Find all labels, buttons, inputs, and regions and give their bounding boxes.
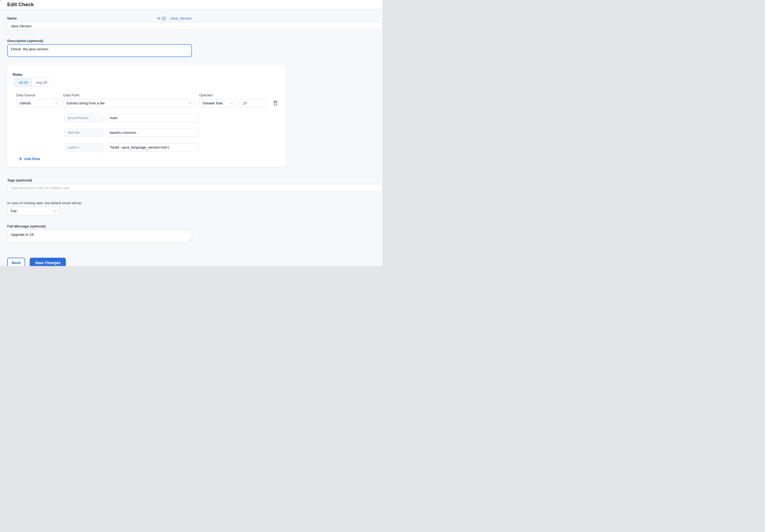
param-key-pattern: pattern [64, 143, 103, 152]
rules-card: Rules All Of Any Of Data Source Data Poi… [7, 65, 286, 167]
operator-value: Greater than [203, 101, 223, 105]
toggle-all-of[interactable]: All Of [15, 78, 32, 86]
add-rule-button[interactable]: Add Rule [19, 157, 40, 161]
operator-label: Operator [199, 93, 213, 97]
description-textarea[interactable]: Check the java version [7, 44, 192, 57]
plus-icon [19, 157, 22, 161]
match-mode-toggle: All Of Any Of [14, 78, 51, 87]
data-point-value: Extract string from a file [67, 101, 105, 105]
back-button[interactable]: Back [7, 258, 25, 266]
page-title: Edit Check [7, 2, 34, 7]
form-actions: Back Save Changes [7, 258, 382, 266]
main-panel: Edit Check Name Id : Java_Version [0, 0, 382, 266]
name-id-row: Name Id : Java_Version [7, 16, 192, 20]
chevron-down-icon [189, 102, 192, 104]
param-key-filepath: filePath [64, 129, 103, 137]
data-point-label: Data Point [63, 93, 199, 97]
chevron-down-icon [55, 102, 58, 104]
info-icon[interactable] [162, 17, 166, 20]
default-result-value: Fail [11, 209, 17, 213]
rule-param-row: pattern [64, 143, 279, 152]
rule-fields: Data Source Data Point Operator GitHub [16, 93, 279, 162]
data-point-select[interactable]: Extract string from a file [63, 99, 195, 107]
chevron-down-icon [230, 102, 233, 104]
operator-value-input[interactable] [240, 99, 265, 107]
rule-param-row: branchName [64, 114, 279, 122]
toggle-any-of[interactable]: Any Of [32, 78, 51, 86]
id-label: Id [157, 16, 160, 20]
tags-label: Tags (optional) [7, 178, 382, 182]
add-rule-label: Add Rule [24, 157, 40, 161]
id-separator: : [168, 16, 169, 20]
param-value-input-pattern[interactable] [106, 143, 199, 152]
tags-input[interactable] [7, 184, 382, 192]
rule-column-labels: Data Source Data Point Operator [16, 93, 279, 97]
param-value-input-filepath[interactable] [106, 129, 199, 137]
id-row: Id : Java_Version [157, 16, 192, 20]
name-label: Name [7, 16, 17, 20]
param-key-branchname: branchName [64, 114, 103, 122]
page-header: Edit Check [0, 0, 382, 9]
trash-icon [273, 100, 278, 107]
rule-controls-row: GitHub Extract string from a file [16, 99, 279, 107]
data-source-value: GitHub [20, 101, 31, 105]
description-label: Description (optional) [7, 39, 382, 43]
rules-title: Rules [13, 73, 279, 77]
rule-param-row: filePath [64, 129, 279, 137]
param-value-input-branchname[interactable] [106, 114, 199, 122]
chevron-down-icon [54, 210, 57, 212]
save-changes-button[interactable]: Save Changes [30, 258, 66, 266]
missing-data-label: In case of missing data, the default res… [7, 201, 382, 205]
fail-message-label: Fail Message (optional) [7, 224, 382, 228]
delete-rule-button[interactable] [272, 99, 279, 107]
fail-message-textarea[interactable]: Upgrade to 18 [7, 230, 192, 243]
data-source-select[interactable]: GitHub [16, 99, 61, 107]
name-input[interactable] [7, 22, 382, 30]
fail-message-textarea-wrap: Upgrade to 18 [7, 230, 192, 243]
form-content: Name Id : Java_Version Descript [0, 16, 382, 266]
data-source-label: Data Source [16, 93, 63, 97]
default-result-select[interactable]: Fail [7, 207, 60, 215]
edit-check-page: Edit Check Name Id : Java_Version [0, 0, 382, 266]
description-textarea-wrap: Check the java version [7, 44, 192, 57]
id-value-link[interactable]: Java_Version [170, 16, 192, 20]
operator-select[interactable]: Greater than [199, 99, 236, 107]
